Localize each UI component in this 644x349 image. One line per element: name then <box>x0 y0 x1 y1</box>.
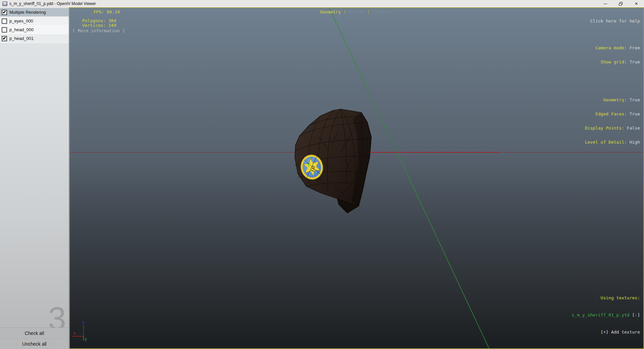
title-bar: N s_m_y_sheriff_01_p.ydd - OpenIV Model … <box>0 0 644 7</box>
texture-file-name: s_m_y_sheriff_01_p.ytd <box>572 312 630 317</box>
setting-edged-faces[interactable]: Edged Faces: True <box>585 112 640 116</box>
model-row-p-head-000[interactable]: p_head_000 <box>0 26 69 34</box>
setting-camera-mode[interactable]: Camera mode: Free <box>585 46 640 50</box>
polygon-count: Polygons: 304 <box>82 18 116 23</box>
close-button[interactable]: ✕ <box>629 0 644 7</box>
sidebar-buttons: Check all Uncheck all <box>0 328 69 349</box>
model-sidebar: ✔ Multiple Rendering p_eyes_000 p_head_0… <box>0 7 69 349</box>
model-row-label: p_eyes_000 <box>9 18 33 23</box>
axis-gizmo: z x y <box>72 320 87 341</box>
vertex-count: Vertices: 249 <box>82 23 116 28</box>
add-texture-button[interactable]: [+] Add texture <box>572 329 640 335</box>
checkbox-unchecked[interactable] <box>2 18 7 24</box>
remove-texture-button[interactable]: [-] <box>632 312 640 317</box>
checkbox-checked[interactable]: ✔ <box>2 10 7 15</box>
minimize-button[interactable] <box>598 0 613 7</box>
window-controls: ✕ <box>598 0 644 7</box>
texture-entry: s_m_y_sheriff_01_p.ytd [-] <box>572 312 640 318</box>
setting-display-points[interactable]: Display Points: False <box>585 126 640 131</box>
viewport-canvas[interactable]: z x y FPS: 60.10 Polygons: 304 Vertices:… <box>70 8 643 348</box>
view-mode-tabs: Geometry | Bounds | Skeleton <box>320 10 393 14</box>
tab-geometry[interactable]: Geometry <box>320 9 341 14</box>
restore-button[interactable] <box>613 0 629 7</box>
minimize-icon <box>604 4 607 4</box>
model-row-multiple-rendering[interactable]: ✔ Multiple Rendering <box>0 8 69 17</box>
model-row-label: p_head_000 <box>9 27 34 32</box>
app-icon: N <box>2 1 7 6</box>
fps-counter: FPS: 60.10 <box>94 10 120 14</box>
viewer-settings-panel: Click here for help Camera mode: Free Sh… <box>585 9 640 163</box>
restore-icon <box>619 2 623 6</box>
uncheck-all-button[interactable]: Uncheck all <box>0 338 69 349</box>
checkbox-checked[interactable]: ✔ <box>2 36 7 41</box>
model-row-label: p_head_001 <box>9 36 34 41</box>
model-row-p-head-001[interactable]: ✔ p_head_001 <box>0 34 69 43</box>
window-title: s_m_y_sheriff_01_p.ydd - OpenIV Model Vi… <box>9 1 96 6</box>
model-row-label: Multiple Rendering <box>9 10 46 15</box>
scene-graphics: z x y <box>70 8 643 348</box>
checkbox-unchecked[interactable] <box>2 27 7 33</box>
hat-model <box>295 109 372 213</box>
tab-separator: | <box>367 9 370 14</box>
axis-x-label: x <box>73 331 76 336</box>
setting-level-of-detail[interactable]: Level of Detail: High <box>585 140 640 145</box>
tab-skeleton[interactable]: Skeleton <box>372 9 393 14</box>
help-link[interactable]: Click here for help <box>585 19 640 23</box>
axis-z-label: z <box>82 320 85 325</box>
using-textures-heading: Using textures: <box>572 295 640 301</box>
model-list: ✔ Multiple Rendering p_eyes_000 p_head_0… <box>0 7 69 43</box>
model-viewport[interactable]: z x y FPS: 60.10 Polygons: 304 Vertices:… <box>69 7 644 349</box>
axis-y-label: y <box>85 336 87 341</box>
setting-geometry[interactable]: Geometry: True <box>585 98 640 102</box>
textures-panel: Using textures: s_m_y_sheriff_01_p.ytd [… <box>572 284 640 346</box>
setting-show-grid[interactable]: Show grid: True <box>585 60 640 64</box>
more-information-link[interactable]: [ More information ] <box>72 29 125 33</box>
check-all-button[interactable]: Check all <box>0 328 69 338</box>
tab-bounds[interactable]: Bounds <box>349 9 365 14</box>
model-row-p-eyes-000[interactable]: p_eyes_000 <box>0 17 69 26</box>
